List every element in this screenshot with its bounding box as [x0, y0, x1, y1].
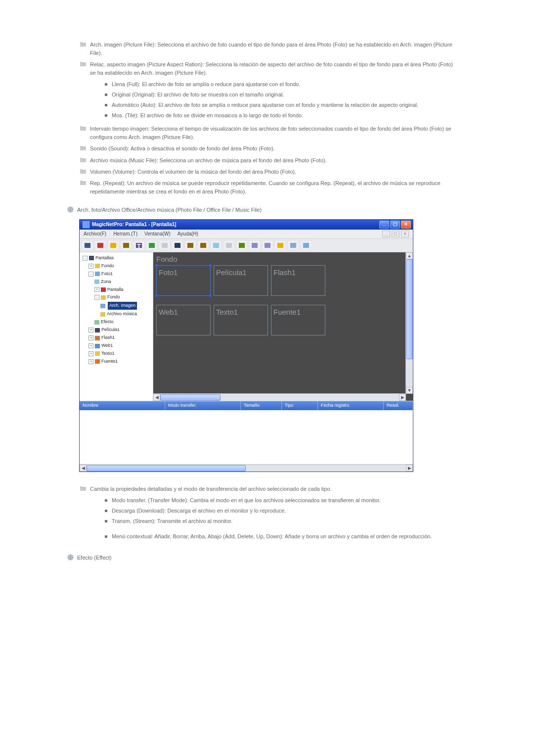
tree-node-zona[interactable]: Zona [81, 278, 152, 286]
grid-col-tipo[interactable]: Tipo [282, 401, 318, 410]
toolbar-text-icon[interactable]: T [133, 240, 145, 251]
toolbar-save-icon[interactable] [159, 240, 171, 251]
grid-col-nombre[interactable]: Nombre [80, 401, 165, 410]
toolbar-icon[interactable] [82, 240, 93, 251]
canvas-frame-label: Fondo [156, 253, 178, 265]
tree-node-arch-imagen[interactable]: Arch. imagen [81, 301, 152, 310]
aspect-ratio-sublist: Llena (Full): El archivo de foto se ampl… [90, 80, 456, 120]
folder-icon [80, 126, 86, 131]
section-heading-files: Arch. foto/Archivo Office/Archivo música… [67, 206, 456, 214]
titlebar[interactable]: MagicNetPro: Pantalla1 - [Pantalla1] _ ▢… [80, 220, 413, 230]
doc-minimize-button[interactable]: _ [382, 231, 390, 237]
toolbar-undo-icon[interactable] [274, 240, 286, 251]
tree-node-fondo[interactable]: +Fondo [81, 262, 152, 270]
transfer-mode-intro: Cambia la propiedades detalladas y el mo… [90, 486, 332, 492]
tree-node-pelicula1[interactable]: +Película1 [81, 326, 152, 334]
window-title: MagicNetPro: Pantalla1 - [Pantalla1] [92, 221, 177, 229]
grid-col-tamano[interactable]: Tamaño [241, 401, 282, 410]
tree-node-efecto[interactable]: Efecto [81, 318, 152, 326]
globe-icon [67, 554, 74, 561]
tree-panel[interactable]: -Pantallas +Fondo -Foto1 Zona +Pantalla … [80, 252, 153, 401]
toolbar-icon[interactable] [120, 240, 132, 251]
auto-option: Automático (Auto): El archivo de foto se… [105, 101, 456, 109]
folder-icon [80, 486, 86, 491]
toolbar-icon[interactable] [94, 240, 106, 251]
grid-col-resol[interactable]: Resol. [384, 401, 413, 410]
doc-restore-button[interactable]: ▢ [392, 231, 400, 237]
canvas-area-flash1[interactable]: Flash1 [271, 265, 325, 296]
toolbar-redo-icon[interactable] [287, 240, 299, 251]
repeat-desc: Rep. (Repeat): Un archivo de música se p… [90, 180, 441, 194]
minimize-button[interactable]: _ [379, 221, 389, 229]
menubar: Archivo(F) Herram.(T) Ventana(W) Ayuda(H… [80, 230, 413, 239]
picture-file-desc: Arch. imagen (Picture File): Selecciona … [90, 42, 452, 56]
globe-icon [67, 206, 74, 213]
menu-help[interactable]: Ayuda(H) [178, 230, 198, 238]
toolbar-icon[interactable] [210, 240, 222, 251]
app-icon [83, 221, 89, 228]
canvas-area-pelicula1[interactable]: Película1 [214, 265, 268, 296]
transfer-mode-list: Cambia la propiedades detalladas y el mo… [80, 485, 456, 541]
grid-body[interactable] [80, 410, 413, 463]
doc-close-button[interactable]: ✕ [401, 231, 409, 237]
toolbar-icon[interactable] [262, 240, 273, 251]
menu-file[interactable]: Archivo(F) [84, 230, 106, 238]
canvas-area-texto1[interactable]: Texto1 [214, 305, 268, 335]
toolbar-icon[interactable] [146, 240, 158, 251]
tree-node-web1[interactable]: +Web1 [81, 342, 152, 350]
canvas-area-fuente1[interactable]: Fuente1 [271, 305, 325, 335]
section-heading-effect: Efecto (Effect) [67, 554, 456, 562]
tree-node-pantallas[interactable]: -Pantallas [81, 254, 152, 262]
toolbar-help-icon[interactable] [300, 240, 312, 251]
sound-desc: Sonido (Sound): Activa o desactiva el so… [90, 145, 275, 151]
download-desc: Descarga (Download): Descarga el archivo… [105, 507, 456, 515]
canvas-area-foto1[interactable]: Foto1 [156, 265, 211, 296]
tree-node-pantalla[interactable]: +Pantalla [81, 286, 152, 294]
tree-node-fuente1[interactable]: +Fuente1 [81, 358, 152, 366]
tree-node-fondo2[interactable]: -Fondo [81, 293, 152, 301]
stream-desc: Transm. (Stream): Transmite el archivo a… [105, 517, 456, 525]
folder-icon [80, 42, 86, 47]
menu-tools[interactable]: Herram.(T) [113, 230, 137, 238]
full-option: Llena (Full): El archivo de foto se ampl… [105, 80, 456, 89]
tree-node-arch-musica[interactable]: Archivo música [81, 310, 152, 318]
maximize-button[interactable]: ▢ [390, 221, 400, 229]
toolbar-icon[interactable] [107, 240, 119, 251]
menu-window[interactable]: Ventana(W) [144, 230, 171, 238]
canvas-area-web1[interactable]: Web1 [156, 305, 211, 335]
canvas-hscroll[interactable]: ◀▶ [153, 393, 406, 401]
tile-option: Mos. (Tile): El archivo de foto se divid… [105, 111, 456, 120]
layout-canvas[interactable]: Fondo Foto1 Película1 Flash1 Web1 Texto1… [153, 252, 413, 401]
toolbar-icon[interactable] [249, 240, 261, 251]
tree-node-texto1[interactable]: +Texto1 [81, 350, 152, 358]
grid-hscroll[interactable]: ◀▶ [80, 464, 413, 472]
app-window: MagicNetPro: Pantalla1 - [Pantalla1] _ ▢… [79, 219, 413, 472]
close-button[interactable]: ✕ [401, 221, 411, 229]
tree-node-foto1[interactable]: -Foto1 [81, 270, 152, 278]
canvas-vscroll[interactable]: ▲▼ [405, 252, 413, 394]
toolbar-icon[interactable] [197, 240, 209, 251]
tree-node-flash1[interactable]: +Flash1 [81, 334, 152, 342]
grid-header[interactable]: Nombre Modo transfer. Tamaño Tipo Fecha … [80, 401, 413, 410]
toolbar-icon[interactable] [236, 240, 248, 251]
transfer-mode-sublist: Modo transfer. (Transfer Mode): Cambia e… [90, 496, 456, 541]
aspect-ratio-desc: Relac. aspecto imagen (Picture Aspect Ra… [90, 61, 453, 76]
toolbar-icon[interactable] [184, 240, 196, 251]
folder-icon [80, 157, 86, 162]
toolbar-icon[interactable] [223, 240, 235, 251]
transfer-mode-desc: Modo transfer. (Transfer Mode): Cambia e… [105, 496, 456, 505]
image-interval-desc: Intervalo tiempo imagen: Selecciona el t… [90, 126, 451, 140]
toolbar-icon[interactable] [172, 240, 183, 251]
folder-icon [80, 180, 86, 185]
context-menu-desc: Menú contextual: Añadir, Borrar, Arriba,… [105, 532, 456, 541]
file-grid-panel: Nombre Modo transfer. Tamaño Tipo Fecha … [80, 401, 413, 472]
folder-icon [80, 145, 86, 150]
original-option: Original (Original): El archivo de foto … [105, 91, 456, 99]
picture-file-options-list: Arch. imagen (Picture File): Selecciona … [80, 41, 456, 196]
grid-col-fecha[interactable]: Fecha registro [318, 401, 384, 410]
folder-icon [80, 169, 86, 174]
folder-icon [80, 61, 86, 66]
grid-col-modo[interactable]: Modo transfer. [165, 401, 241, 410]
music-file-desc: Archivo música (Music File): Selecciona … [90, 157, 327, 163]
volume-desc: Volumen (Volume): Controla el volumen de… [90, 169, 296, 175]
